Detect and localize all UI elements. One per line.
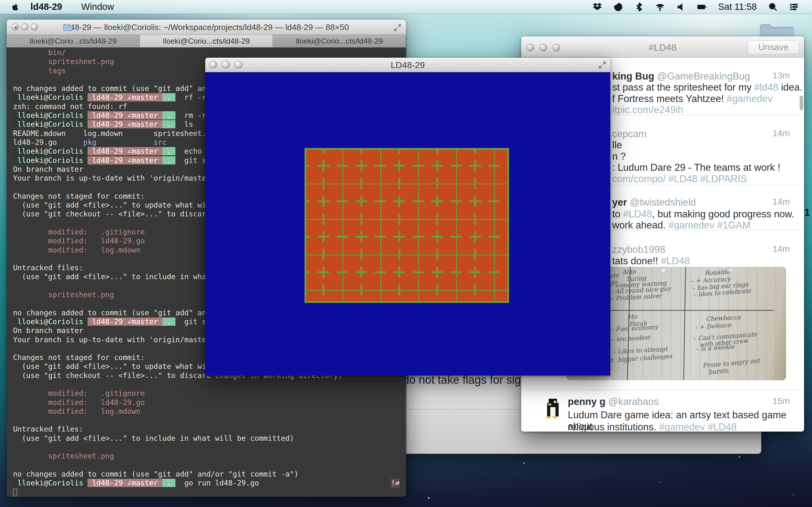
twitter-scrollbar[interactable] — [800, 96, 803, 110]
terminal-line: modified: .gitignore — [13, 389, 400, 398]
menu-item-window[interactable]: Window — [81, 2, 114, 12]
tweet-text: n ? — [612, 151, 626, 162]
terminal-line: modified: ld48-29.go — [13, 398, 400, 407]
tweet-divider — [526, 390, 799, 390]
spritesheet-grid — [305, 148, 509, 303]
terminal-tab[interactable]: lloeki@Corio...cts/ld48-29 — [273, 35, 406, 47]
tweet-text: work ahead. #gamedev #1GAM — [612, 220, 751, 231]
tweet-text: itpic.com/e249ih — [612, 104, 683, 116]
volume-mute-icon[interactable] — [676, 2, 686, 12]
tweet-author[interactable]: zzybob1998 — [612, 244, 665, 256]
tweet-text: st pass at the spritesheet for my #ld48 … — [612, 82, 803, 93]
tweet-text: religious institutions. #gamedev #LD48 — [568, 421, 737, 432]
tweet-text: com/compo/ #LD48 #LDPARIS — [612, 173, 747, 185]
fullscreen-icon[interactable] — [598, 61, 606, 69]
tweet-timestamp: 14m — [773, 128, 790, 138]
terminal-line — [13, 488, 400, 497]
menu-bar: ld48-29 Window Sat 11:58 — [0, 0, 812, 14]
fullscreen-icon[interactable] — [393, 23, 402, 32]
terminal-line — [13, 443, 400, 452]
game-title: LD48-29 — [205, 60, 610, 70]
game-canvas[interactable] — [205, 72, 610, 376]
apple-menu-icon[interactable] — [11, 2, 20, 12]
tweet-author[interactable]: yer @twistedshield — [612, 197, 696, 208]
game-window: LD48-29 — [205, 58, 610, 376]
tweet-text: f Fortress meets Yahtzee! #gamedev — [612, 93, 772, 105]
terminal-line: Untracked files: — [13, 425, 400, 434]
terminal-line: lloeki@Coriolis ld48-29 ∠master . go run… — [13, 478, 400, 487]
unsave-button[interactable]: Unsave — [748, 40, 799, 54]
tweet-text: : Ludum Dare 29 - The teams at work ! — [612, 162, 780, 173]
time-machine-icon[interactable] — [613, 2, 623, 12]
notification-center-icon[interactable] — [789, 2, 799, 12]
terminal-line: bin/ — [13, 48, 400, 57]
tweet-timestamp: 14m — [773, 197, 790, 207]
terminal-line — [13, 416, 400, 425]
terminal-tab[interactable]: lloeki@Corio...cts/ld48-29 — [7, 35, 140, 47]
proxy-folder-icon[interactable] — [63, 23, 72, 31]
desktop-stray-char: 1 — [804, 207, 810, 218]
menu-clock[interactable]: Sat 11:58 — [718, 2, 757, 12]
terminal-line: modified: log.mdown — [13, 407, 400, 416]
photo-handwriting: Ronaldo — [704, 268, 729, 276]
tweet-author[interactable]: king Bug @GameBreakingBug — [612, 71, 750, 82]
tweet-text: tats done!! #LD48 — [612, 256, 690, 267]
terminal-line — [13, 461, 400, 469]
terminal-line — [13, 380, 400, 389]
terminal-line: (use "git add <file>..." to include in w… — [13, 434, 400, 443]
tweet-author[interactable]: cepcam — [612, 128, 647, 140]
twitter-titlebar[interactable]: #LD48 Unsave — [521, 37, 804, 58]
terminal-line: spritesheet.png — [13, 452, 400, 460]
photo-handwriting: ots — [609, 272, 619, 279]
dropbox-icon[interactable] — [593, 2, 602, 12]
tweet-avatar[interactable] — [542, 398, 563, 418]
tweet-text: lle — [612, 139, 622, 151]
wifi-icon[interactable] — [655, 2, 665, 12]
terminal-line: no changes added to commit (use "git add… — [13, 469, 400, 478]
desktop-folder-icon[interactable] — [759, 22, 795, 38]
tweet-timestamp: 15m — [773, 396, 790, 406]
spotlight-icon[interactable] — [768, 2, 778, 12]
game-titlebar[interactable]: LD48-29 — [205, 58, 610, 72]
menu-app-name[interactable]: ld48-29 — [31, 2, 62, 12]
terminal-titlebar[interactable]: ld48-29 — lloeki@Coriolis: ~/Workspace/p… — [7, 20, 406, 35]
terminal-tab-bar: lloeki@Corio...cts/ld48-29lloeki@Corio..… — [7, 35, 406, 48]
terminal-tab[interactable]: lloeki@Corio...cts/ld48-29 — [140, 35, 273, 47]
photo-handwriting: Alan — [622, 268, 636, 275]
bluetooth-icon[interactable] — [635, 2, 644, 12]
tweet-author[interactable]: penny g @karabaos — [568, 396, 658, 407]
tweet-text: to #LD48, but making good progress now. — [612, 209, 794, 220]
tweet-timestamp: 14m — [773, 244, 790, 254]
tweet-timestamp: 13m — [773, 71, 790, 81]
photo-handwriting: Mo — [627, 313, 637, 320]
battery-charging-icon[interactable] — [697, 2, 707, 12]
